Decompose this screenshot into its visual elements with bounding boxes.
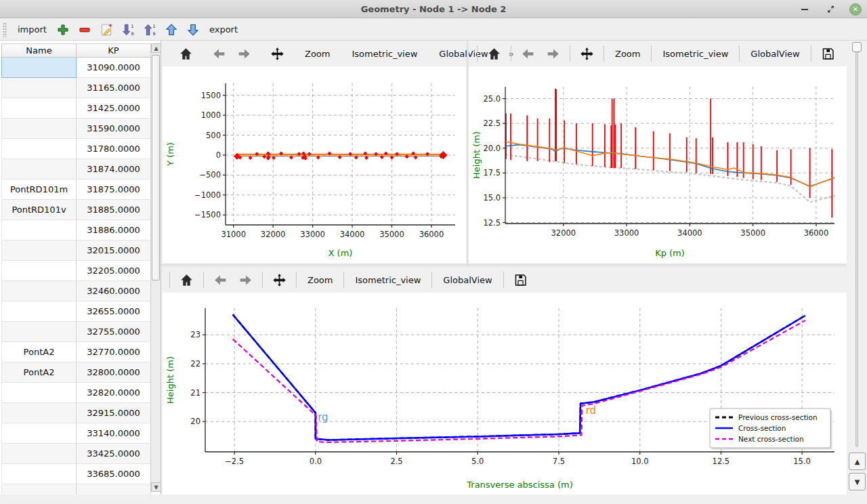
- zoom-button[interactable]: Zoom: [301, 272, 339, 289]
- right-scrollbar-thumb[interactable]: [852, 42, 862, 52]
- table-row[interactable]: 31090.0000: [2, 58, 151, 78]
- cell-kp[interactable]: 31425.0000: [77, 98, 151, 119]
- table-row[interactable]: 31874.0000: [2, 159, 151, 180]
- remove-button[interactable]: [77, 22, 92, 37]
- back-button[interactable]: [207, 44, 232, 64]
- cell-kp[interactable]: 32655.0000: [77, 301, 151, 322]
- table-row[interactable]: PontRD101m31875.0000: [2, 180, 151, 200]
- globalview-button[interactable]: GlobalView: [744, 45, 806, 62]
- table-scroll-thumb[interactable]: [152, 55, 160, 280]
- table-row[interactable]: 31590.0000: [2, 119, 151, 139]
- cell-name[interactable]: [2, 301, 77, 322]
- table-row[interactable]: 32755.0000: [2, 322, 151, 342]
- table-row[interactable]: [2, 484, 151, 495]
- toolbar-grip[interactable]: [3, 22, 7, 37]
- isometric-view-button[interactable]: Isometric_view: [656, 45, 735, 62]
- pan-button[interactable]: [574, 44, 599, 64]
- forward-button[interactable]: [233, 270, 258, 290]
- cell-kp[interactable]: 31875.0000: [77, 180, 151, 200]
- cell-name[interactable]: PontA2: [2, 342, 77, 362]
- table-row[interactable]: 31165.0000: [2, 78, 151, 98]
- profile-view-chart[interactable]: 320003300034000350003600012.515.017.520.…: [469, 66, 847, 263]
- column-header-name[interactable]: Name: [2, 44, 77, 58]
- cell-kp[interactable]: 32915.0000: [77, 403, 151, 423]
- table-row[interactable]: 31780.0000: [2, 139, 151, 159]
- table-scroll-down-button[interactable]: ▼: [151, 482, 161, 492]
- save-button[interactable]: [816, 44, 841, 64]
- cell-name[interactable]: [2, 261, 77, 281]
- table-row[interactable]: 32205.0000: [2, 261, 151, 281]
- cell-kp[interactable]: 31590.0000: [77, 119, 151, 139]
- table-scroll-up-button[interactable]: ▲: [151, 43, 161, 53]
- cell-kp[interactable]: 33425.0000: [77, 444, 151, 464]
- table-row[interactable]: 32915.0000: [2, 403, 151, 423]
- home-button[interactable]: [173, 44, 198, 64]
- edit-button[interactable]: [99, 22, 114, 37]
- isometric-view-button[interactable]: Isometric_view: [348, 272, 427, 289]
- add-button[interactable]: [56, 22, 70, 37]
- back-button[interactable]: [515, 44, 541, 64]
- cell-kp[interactable]: 31780.0000: [77, 139, 151, 159]
- cell-kp[interactable]: 33685.0000: [77, 464, 151, 484]
- pan-button[interactable]: [267, 270, 292, 290]
- cell-name[interactable]: [2, 322, 77, 342]
- cell-name[interactable]: PontA2: [2, 362, 77, 383]
- cell-name[interactable]: [2, 139, 77, 159]
- export-button[interactable]: export: [204, 22, 243, 37]
- isometric-view-button[interactable]: Isometric_view: [345, 45, 424, 62]
- table-row[interactable]: 31886.0000: [2, 220, 151, 240]
- cell-name[interactable]: [2, 403, 77, 423]
- back-button[interactable]: [208, 270, 233, 290]
- cell-name[interactable]: [2, 240, 77, 261]
- move-up-button[interactable]: [164, 22, 179, 37]
- table-row[interactable]: 31425.0000: [2, 98, 151, 119]
- cell-name[interactable]: PontRD101v: [2, 200, 77, 220]
- cell-kp[interactable]: 32205.0000: [77, 261, 151, 281]
- cell-name[interactable]: [2, 58, 77, 78]
- forward-button[interactable]: [541, 44, 566, 64]
- table-row[interactable]: 32820.0000: [2, 383, 151, 403]
- table-row[interactable]: 33685.0000: [2, 464, 151, 484]
- cell-kp[interactable]: 32460.0000: [77, 281, 151, 301]
- sort-descending-button[interactable]: 19: [121, 22, 135, 37]
- home-button[interactable]: [174, 270, 199, 290]
- close-button[interactable]: ✕: [849, 3, 862, 16]
- cell-name[interactable]: [2, 423, 77, 444]
- table-row[interactable]: PontRD101v31885.0000: [2, 200, 151, 220]
- cell-name[interactable]: [2, 383, 77, 403]
- zoom-button[interactable]: Zoom: [298, 45, 337, 62]
- cell-name[interactable]: PontRD101m: [2, 180, 77, 200]
- cell-name[interactable]: [2, 220, 77, 240]
- cell-name[interactable]: [2, 159, 77, 180]
- cell-kp[interactable]: 31886.0000: [77, 220, 151, 240]
- import-button[interactable]: import: [12, 22, 52, 37]
- pan-button[interactable]: [265, 44, 290, 64]
- table-row[interactable]: 32655.0000: [2, 301, 151, 322]
- table-row[interactable]: 33425.0000: [2, 444, 151, 464]
- column-header-kp[interactable]: KP: [77, 44, 151, 58]
- home-button[interactable]: [482, 44, 507, 64]
- cell-kp[interactable]: 32770.0000: [77, 342, 151, 362]
- cell-kp[interactable]: [77, 484, 151, 495]
- cell-kp[interactable]: 31090.0000: [77, 58, 151, 78]
- cell-kp[interactable]: 32800.0000: [77, 362, 151, 383]
- cell-kp[interactable]: 32820.0000: [77, 383, 151, 403]
- minimize-button[interactable]: [798, 3, 811, 16]
- table-scrollbar[interactable]: ▲ ▼: [150, 43, 161, 492]
- table-row[interactable]: PontA232770.0000: [2, 342, 151, 362]
- save-button[interactable]: [508, 270, 533, 290]
- cell-name[interactable]: [2, 464, 77, 484]
- table-row[interactable]: 32015.0000: [2, 240, 151, 261]
- right-scrollbar-track[interactable]: [855, 43, 858, 447]
- forward-button[interactable]: [232, 44, 257, 64]
- cell-name[interactable]: [2, 484, 77, 495]
- sort-ascending-button[interactable]: 19: [142, 22, 157, 37]
- move-down-button[interactable]: [186, 22, 200, 37]
- cell-kp[interactable]: 31165.0000: [77, 78, 151, 98]
- cell-kp[interactable]: 31874.0000: [77, 159, 151, 180]
- cell-kp[interactable]: 32015.0000: [77, 240, 151, 261]
- scroll-down-button[interactable]: ▼: [849, 473, 866, 490]
- cell-name[interactable]: [2, 444, 77, 464]
- cell-name[interactable]: [2, 78, 77, 98]
- cell-name[interactable]: [2, 119, 77, 139]
